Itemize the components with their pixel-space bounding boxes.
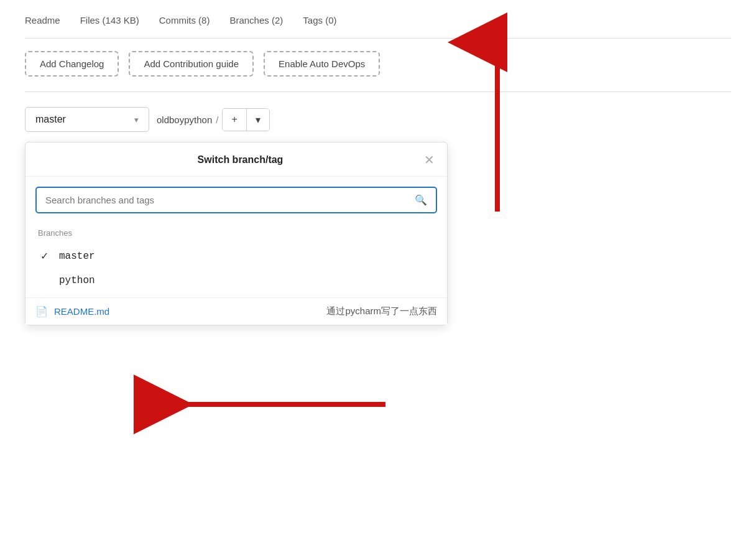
branch-row: master ▾ oldboypython / + ▾ [25, 107, 731, 132]
branch-active-checkmark: ✓ [40, 250, 53, 262]
tab-readme[interactable]: Readme [25, 12, 60, 28]
search-container: 🔍 [25, 177, 447, 221]
branch-dropdown-panel: Switch branch/tag ✕ 🔍 Branches ✓ master … [25, 142, 448, 325]
current-branch-label: master [35, 114, 129, 125]
search-input[interactable] [45, 195, 415, 205]
search-icon-button[interactable]: 🔍 [415, 194, 427, 206]
tab-files[interactable]: Files (143 KB) [80, 12, 139, 28]
path-actions: + ▾ [222, 108, 269, 131]
tab-branches[interactable]: Branches (2) [229, 12, 283, 28]
readme-row: 📄 README.md 通过pycharm写了一点东西 [25, 297, 447, 325]
branch-chevron-icon: ▾ [134, 115, 139, 124]
project-name: oldboypython [157, 114, 212, 125]
search-icon: 🔍 [415, 195, 427, 205]
add-changelog-button[interactable]: Add Changelog [25, 51, 119, 77]
divider [25, 91, 731, 92]
search-input-wrap: 🔍 [35, 187, 437, 213]
readme-left: 📄 README.md [35, 305, 109, 317]
add-contribution-button[interactable]: Add Contribution guide [129, 51, 254, 77]
branches-label: Branches [38, 228, 435, 238]
branch-item-master[interactable]: ✓ master [38, 244, 435, 268]
path-chevron-button[interactable]: ▾ [247, 109, 269, 131]
readme-description: 通过pycharm写了一点东西 [326, 305, 437, 317]
branch-name-python: python [59, 275, 95, 286]
branch-selector[interactable]: master ▾ [25, 107, 149, 132]
dropdown-close-button[interactable]: ✕ [424, 154, 435, 166]
readme-filename[interactable]: README.md [54, 306, 109, 317]
branch-name-master: master [59, 251, 95, 262]
add-path-button[interactable]: + [223, 109, 246, 131]
branch-inactive-placeholder: ✓ [40, 274, 53, 286]
dropdown-title: Switch branch/tag [57, 154, 424, 165]
enable-autodevops-button[interactable]: Enable Auto DevOps [264, 51, 380, 77]
readme-file-icon: 📄 [35, 305, 48, 317]
top-nav: Readme Files (143 KB) Commits (8) Branch… [25, 12, 731, 39]
branch-item-python[interactable]: ✓ python [38, 268, 435, 292]
tab-tags[interactable]: Tags (0) [303, 12, 336, 28]
tab-commits[interactable]: Commits (8) [159, 12, 210, 28]
branches-section: Branches ✓ master ✓ python [25, 221, 447, 297]
dropdown-header: Switch branch/tag ✕ [25, 142, 447, 177]
path-row: oldboypython / + ▾ [157, 108, 270, 131]
action-buttons-row: Add Changelog Add Contribution guide Ena… [25, 51, 731, 77]
path-divider: / [216, 114, 218, 125]
